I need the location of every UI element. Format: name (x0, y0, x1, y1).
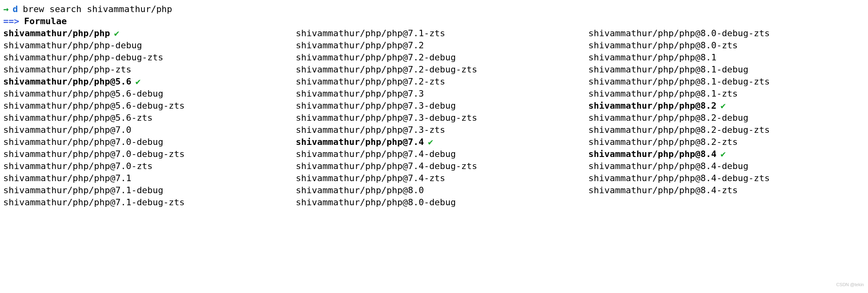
formula-column: shivammathur/php/php@7.1-ztsshivammathur… (296, 27, 572, 208)
formula-entry: shivammathur/php/php@7.1-debug (3, 184, 280, 196)
formula-name: shivammathur/php/php@7.3-debug-zts (296, 112, 477, 124)
formula-entry: shivammathur/php/php-zts (3, 64, 280, 76)
formula-name: shivammathur/php/php@7.0-debug (3, 136, 163, 148)
formula-name: shivammathur/php/php-zts (3, 64, 131, 76)
formula-name: shivammathur/php/php@7.2-debug-zts (296, 64, 477, 76)
formula-name: shivammathur/php/php@7.1-zts (296, 27, 445, 39)
formula-name: shivammathur/php/php@8.2-debug-zts (588, 124, 770, 136)
formula-entry: shivammathur/php/php@7.4-debug (296, 148, 572, 160)
formula-name: shivammathur/php/php@7.0-debug-zts (3, 148, 185, 160)
formula-entry: shivammathur/php/php@7.3-zts (296, 124, 572, 136)
formula-name: shivammathur/php/php@7.4-debug-zts (296, 160, 477, 172)
formula-entry: shivammathur/php/php@5.6✔ (3, 76, 280, 88)
formula-entry: shivammathur/php/php@8.1-debug (588, 64, 865, 76)
formula-entry: shivammathur/php/php@8.1 (588, 52, 865, 64)
formula-entry: shivammathur/php/php@7.2 (296, 39, 572, 52)
formula-entry: shivammathur/php/php@8.4-debug-zts (588, 172, 865, 184)
formula-name: shivammathur/php/php@5.6-zts (3, 112, 153, 124)
formula-name: shivammathur/php/php@8.2 (588, 100, 716, 112)
formula-entry: shivammathur/php/php@8.4✔ (588, 148, 865, 160)
formula-entry: shivammathur/php/php@7.3-debug (296, 100, 572, 112)
formula-name: shivammathur/php/php@8.0-zts (588, 39, 738, 52)
formula-entry: shivammathur/php/php✔ (3, 27, 280, 39)
formula-entry: shivammathur/php/php@7.0-zts (3, 160, 280, 172)
formula-entry: shivammathur/php/php@7.3 (296, 88, 572, 100)
formula-entry: shivammathur/php/php@7.2-debug-zts (296, 64, 572, 76)
formula-column: shivammathur/php/php@8.0-debug-ztsshivam… (588, 27, 865, 208)
check-icon: ✔ (135, 76, 141, 88)
formula-entry: shivammathur/php/php@5.6-debug (3, 88, 280, 100)
formula-name: shivammathur/php/php-debug-zts (3, 52, 163, 64)
formula-name: shivammathur/php/php@8.4-debug-zts (588, 172, 770, 184)
formula-name: shivammathur/php/php@5.6-debug (3, 88, 163, 100)
prompt-line: → d brew search shivammathur/php (3, 3, 865, 15)
formula-name: shivammathur/php/php@8.2-zts (588, 136, 738, 148)
formula-name: shivammathur/php/php@8.1 (588, 52, 716, 64)
formula-entry: shivammathur/php/php@8.0 (296, 184, 572, 196)
formula-entry: shivammathur/php/php@7.2-zts (296, 76, 572, 88)
formula-name: shivammathur/php/php@8.2-debug (588, 112, 748, 124)
formula-entry: shivammathur/php/php@7.3-debug-zts (296, 112, 572, 124)
formula-name: shivammathur/php/php@5.6-debug-zts (3, 100, 185, 112)
formula-entry: shivammathur/php/php@7.1-debug-zts (3, 196, 280, 208)
section-title: Formulae (24, 15, 67, 27)
prompt-dir: d (12, 3, 18, 15)
formula-entry: shivammathur/php/php@7.0-debug-zts (3, 148, 280, 160)
formula-name: shivammathur/php/php@7.1-debug (3, 184, 163, 196)
formula-name: shivammathur/php/php@7.2 (296, 39, 424, 52)
formula-entry: shivammathur/php/php@8.1-debug-zts (588, 76, 865, 88)
formula-name: shivammathur/php/php@7.1-debug-zts (3, 196, 185, 208)
formula-entry: shivammathur/php/php@7.0-debug (3, 136, 280, 148)
formula-name: shivammathur/php/php@7.2-zts (296, 76, 445, 88)
check-icon: ✔ (428, 136, 433, 148)
formula-entry: shivammathur/php/php@8.1-zts (588, 88, 865, 100)
formula-name: shivammathur/php/php@7.4-debug (296, 148, 456, 160)
formula-entry: shivammathur/php/php@5.6-zts (3, 112, 280, 124)
check-icon: ✔ (721, 148, 726, 160)
formula-entry: shivammathur/php/php@8.0-debug (296, 196, 572, 208)
formula-entry: shivammathur/php/php-debug-zts (3, 52, 280, 64)
formula-name: shivammathur/php/php@7.4 (296, 136, 424, 148)
formula-entry: shivammathur/php/php@8.4-zts (588, 184, 865, 196)
formula-name: shivammathur/php/php@7.0 (3, 124, 131, 136)
prompt-command: brew search shivammathur/php (23, 3, 172, 15)
formula-name: shivammathur/php/php@5.6 (3, 76, 131, 88)
formula-entry: shivammathur/php/php@7.0 (3, 124, 280, 136)
formula-name: shivammathur/php/php@7.2-debug (296, 52, 456, 64)
section-header: ==> Formulae (3, 15, 865, 27)
formula-entry: shivammathur/php/php@7.1 (3, 172, 280, 184)
formula-entry: shivammathur/php/php@5.6-debug-zts (3, 100, 280, 112)
formula-entry: shivammathur/php/php@8.2-debug (588, 112, 865, 124)
formula-name: shivammathur/php/php@8.4 (588, 148, 716, 160)
formula-name: shivammathur/php/php@7.1 (3, 172, 131, 184)
formula-entry: shivammathur/php/php@8.2-debug-zts (588, 124, 865, 136)
formula-entry: shivammathur/php/php@8.0-debug-zts (588, 27, 865, 39)
formula-name: shivammathur/php/php (3, 27, 110, 39)
formula-name: shivammathur/php/php@8.0-debug-zts (588, 27, 770, 39)
formula-name: shivammathur/php/php@8.0 (296, 184, 424, 196)
formula-name: shivammathur/php/php@8.0-debug (296, 196, 456, 208)
formula-name: shivammathur/php/php@7.3-zts (296, 124, 445, 136)
formula-name: shivammathur/php/php-debug (3, 39, 142, 52)
check-icon: ✔ (114, 27, 119, 39)
formula-name: shivammathur/php/php@8.4-debug (588, 160, 748, 172)
formula-name: shivammathur/php/php@8.1-zts (588, 88, 738, 100)
check-icon: ✔ (721, 100, 726, 112)
formula-name: shivammathur/php/php@7.3-debug (296, 100, 456, 112)
formula-entry: shivammathur/php/php@8.0-zts (588, 39, 865, 52)
formula-grid: shivammathur/php/php✔shivammathur/php/ph… (3, 27, 865, 208)
formula-entry: shivammathur/php/php@7.4✔ (296, 136, 572, 148)
formula-entry: shivammathur/php/php@7.2-debug (296, 52, 572, 64)
formula-entry: shivammathur/php/php@8.2✔ (588, 100, 865, 112)
formula-name: shivammathur/php/php@7.4-zts (296, 172, 445, 184)
formula-entry: shivammathur/php/php@8.2-zts (588, 136, 865, 148)
formula-name: shivammathur/php/php@8.1-debug (588, 64, 748, 76)
formula-entry: shivammathur/php/php@7.4-zts (296, 172, 572, 184)
formula-entry: shivammathur/php/php-debug (3, 39, 280, 52)
formula-name: shivammathur/php/php@7.0-zts (3, 160, 153, 172)
formula-entry: shivammathur/php/php@8.4-debug (588, 160, 865, 172)
formula-column: shivammathur/php/php✔shivammathur/php/ph… (3, 27, 280, 208)
formula-entry: shivammathur/php/php@7.4-debug-zts (296, 160, 572, 172)
formula-name: shivammathur/php/php@8.1-debug-zts (588, 76, 770, 88)
section-arrow-icon: ==> (3, 15, 19, 27)
